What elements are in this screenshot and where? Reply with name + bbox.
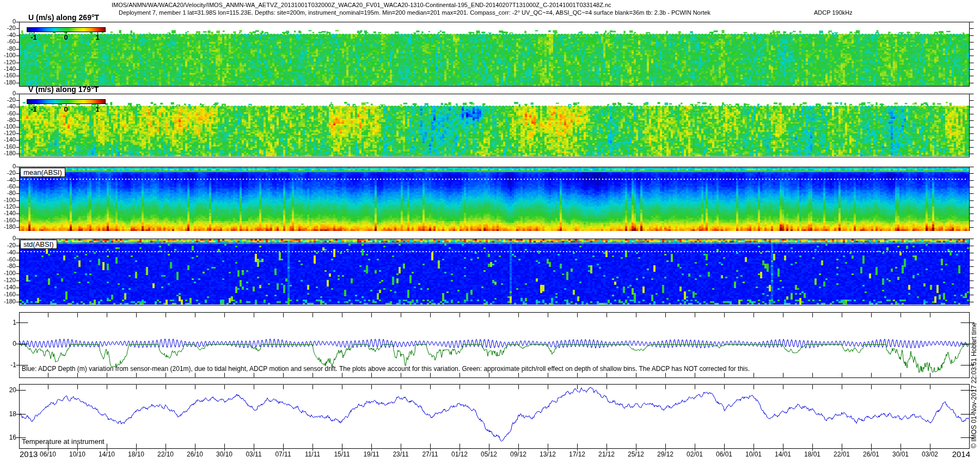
depth-tick-label: -180 — [0, 223, 16, 230]
depth-tick-label: -180 — [0, 150, 16, 156]
date-tick-label: 14/01 — [768, 450, 798, 458]
date-tick-label: 03/02 — [915, 450, 945, 458]
temperature-panel-label: Temperature at instrument — [22, 437, 105, 446]
depth-tick-label: -160 — [0, 291, 16, 297]
depth-tick-label: -80 — [0, 190, 16, 196]
depth-tick-label: -80 — [0, 263, 16, 269]
v-colorbar-tick-0: 0 — [58, 105, 74, 113]
temperature-tick-label: 20 — [0, 386, 16, 394]
depth-tick-label: -60 — [0, 110, 16, 117]
date-tick-label: 30/10 — [210, 450, 239, 458]
u-colorbar-tick-0: 0 — [58, 33, 74, 41]
panel-std-absi-label: std(ABSI) — [20, 240, 57, 249]
depth-tick-label: -100 — [0, 197, 16, 203]
date-tick-label: 26/10 — [180, 450, 210, 458]
figure: IMOS/ANMN/WA/WACA20/Velocity/IMOS_ANMN-W… — [0, 0, 980, 463]
panel-v-title: V (m/s) along 179°T — [28, 85, 99, 94]
date-tick-label: 17/12 — [562, 450, 592, 458]
date-tick-label: 22/10 — [151, 450, 180, 458]
depth-tick-label: 0 — [0, 235, 16, 241]
depth-tick-label: -160 — [0, 217, 16, 223]
date-tick-label: 01/12 — [445, 450, 474, 458]
depth-tick-label: -120 — [0, 130, 16, 136]
depth-tick-label: -160 — [0, 143, 16, 150]
date-tick-label: 07/11 — [268, 450, 298, 458]
temperature-tick-label: 18 — [0, 410, 16, 418]
imos-watermark: © IMOS 01-Nov-2017 22:03:51 Hobart time — [970, 322, 978, 448]
date-tick-label: 14/10 — [92, 450, 121, 458]
depth-tick-label: -20 — [0, 169, 16, 176]
date-tick-label: 05/12 — [474, 450, 504, 458]
depth-tick-label: -100 — [0, 52, 16, 58]
depth-tick-label: -120 — [0, 59, 16, 65]
depth-tick-label: -60 — [0, 183, 16, 190]
depth-tick-label: -140 — [0, 65, 16, 72]
date-tick-label: 25/12 — [621, 450, 651, 458]
figure-subtitle-deployment: Deployment 7, member 1 lat=31.98S lon=11… — [119, 9, 710, 16]
date-tick-label: 15/11 — [327, 450, 357, 458]
depth-tick-label: -40 — [0, 249, 16, 255]
depth-tick-label: -40 — [0, 176, 16, 183]
date-tick-label: 13/12 — [533, 450, 562, 458]
depth-tick-label: -120 — [0, 277, 16, 283]
depth-tick-label: 0 — [0, 163, 16, 169]
depth-tick-label: -140 — [0, 284, 16, 290]
date-tick-label: 10/10 — [63, 450, 92, 458]
depth-tick-label: -20 — [0, 96, 16, 103]
u-colorbar-tick-1: 1 — [89, 33, 106, 41]
depth-tick-label: -20 — [0, 242, 16, 248]
date-tick-label: 18/10 — [121, 450, 151, 458]
depth-tick-label: -140 — [0, 136, 16, 143]
date-tick-label: 21/12 — [592, 450, 621, 458]
date-tick-label: 03/11 — [239, 450, 268, 458]
date-tick-label: 11/11 — [298, 450, 327, 458]
depth-tick-label: -80 — [0, 117, 16, 123]
depth-variation-tick-label: 1 — [0, 319, 16, 326]
depth-tick-label: -100 — [0, 270, 16, 276]
date-tick-label: 23/11 — [386, 450, 415, 458]
date-tick-label: 30/01 — [886, 450, 915, 458]
instrument-type-label: ADCP 190kHz — [814, 9, 853, 16]
date-tick-label: 29/12 — [651, 450, 680, 458]
depth-tick-label: 0 — [0, 90, 16, 96]
date-tick-label: 19/11 — [357, 450, 386, 458]
figure-title-filename: IMOS/ANMN/WA/WACA20/Velocity/IMOS_ANMN-W… — [112, 2, 611, 8]
date-tick-label: 06/10 — [33, 450, 63, 458]
date-tick-label: 02/01 — [680, 450, 709, 458]
panel-mean-absi-label: mean(ABSI) — [20, 168, 65, 177]
depth-tick-label: -40 — [0, 32, 16, 38]
date-tick-label: 06/01 — [709, 450, 739, 458]
depth-tick-label: 0 — [0, 18, 16, 25]
depth-tick-label: -80 — [0, 45, 16, 52]
date-tick-label: 18/01 — [798, 450, 827, 458]
depth-variation-tick-label: -1 — [0, 361, 16, 369]
date-tick-label: 27/11 — [415, 450, 445, 458]
depth-tick-label: -120 — [0, 203, 16, 210]
depth-tick-label: -180 — [0, 79, 16, 86]
temperature-tick-label: 16 — [0, 434, 16, 441]
depth-tick-label: -60 — [0, 256, 16, 263]
v-colorbar-tick-neg1: -1 — [26, 105, 42, 113]
depth-tick-label: -160 — [0, 72, 16, 78]
depth-tick-label: -20 — [0, 25, 16, 31]
depth-tick-label: -60 — [0, 38, 16, 45]
depth-tick-label: -140 — [0, 210, 16, 216]
v-colorbar-tick-1: 1 — [89, 105, 106, 113]
panel-u-title: U (m/s) along 269°T — [28, 13, 99, 22]
date-tick-label: 09/12 — [504, 450, 533, 458]
depth-panel-annotation: Blue: ADCP Depth (m) variation from sens… — [22, 365, 750, 373]
depth-variation-tick-label: 0 — [0, 340, 16, 348]
u-colorbar-tick-neg1: -1 — [26, 33, 42, 41]
date-tick-label: 22/01 — [827, 450, 856, 458]
date-tick-label: 26/01 — [856, 450, 886, 458]
depth-tick-label: -40 — [0, 103, 16, 109]
date-tick-label: 10/01 — [739, 450, 768, 458]
plot-canvas — [0, 0, 980, 463]
depth-tick-label: -100 — [0, 123, 16, 130]
depth-tick-label: -180 — [0, 298, 16, 304]
